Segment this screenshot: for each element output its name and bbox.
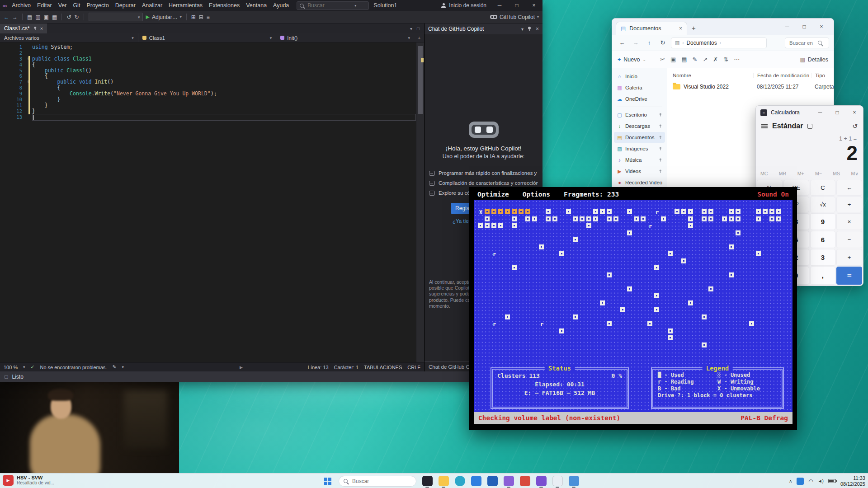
- add-view-icon[interactable]: +: [414, 35, 424, 41]
- app-icon-dosbox[interactable]: [419, 474, 435, 488]
- up-icon[interactable]: ↑: [644, 39, 655, 46]
- app-icon-edge[interactable]: [452, 474, 468, 488]
- menu-extensiones[interactable]: Extensiones: [206, 0, 243, 11]
- build-icon[interactable]: ⊞: [191, 14, 196, 20]
- sidebar-item-descargas[interactable]: ↓ Descargas: [614, 121, 665, 131]
- navigate-forward-icon[interactable]: →: [12, 14, 18, 20]
- editor-scrollbar[interactable]: [416, 42, 424, 362]
- sidebar-item-galeria[interactable]: ▦ Galería: [614, 82, 665, 93]
- indentation-mode[interactable]: TABULACIONES: [364, 365, 402, 370]
- hidden-icons-chevron[interactable]: ∧: [789, 479, 792, 483]
- close-icon[interactable]: ×: [536, 26, 539, 32]
- float-window-icon[interactable]: □: [417, 26, 420, 31]
- line-ending-mode[interactable]: CRLF: [407, 365, 420, 370]
- debug-target-dropdown[interactable]: ▾: [89, 13, 143, 21]
- tab-list-chevron-icon[interactable]: ▾: [410, 26, 412, 31]
- menu-proyecto[interactable]: Proyecto: [83, 0, 112, 11]
- clock[interactable]: 11:33 08/12/2025: [840, 475, 865, 487]
- menu-analizar[interactable]: Analizar: [139, 0, 165, 11]
- history-icon[interactable]: ↺: [852, 122, 858, 130]
- close-tab-icon[interactable]: ×: [40, 26, 43, 31]
- memory-add-button[interactable]: M+: [797, 171, 804, 176]
- digit-6-key[interactable]: 6: [810, 231, 836, 248]
- vs-search-box[interactable]: ▾: [297, 1, 369, 10]
- volume-icon[interactable]: ◄): [818, 479, 824, 483]
- bookmark-icon[interactable]: ≡: [207, 14, 210, 20]
- memory-subtract-button[interactable]: M−: [815, 171, 822, 176]
- sidebar-item-onedrive[interactable]: ☁ OneDrive: [614, 94, 665, 104]
- save-icon[interactable]: ▣: [44, 14, 49, 20]
- explorer-search-box[interactable]: [785, 38, 829, 48]
- redo-icon[interactable]: ↻: [74, 14, 79, 20]
- copilot-panel-header[interactable]: Chat de GitHub Copilot ▾ ×: [425, 23, 542, 34]
- cut-icon[interactable]: ✂: [660, 56, 665, 63]
- battery-icon[interactable]: [828, 479, 836, 483]
- new-tab-button[interactable]: +: [692, 24, 696, 32]
- hamburger-menu-icon[interactable]: [761, 126, 768, 127]
- sidebar-item-documentos[interactable]: ▤ Documentos: [614, 132, 665, 143]
- add-key[interactable]: +: [836, 249, 862, 266]
- sidebar-item-musica[interactable]: ♪ Música: [614, 155, 665, 165]
- close-button[interactable]: ×: [525, 0, 542, 11]
- app-icon-mail[interactable]: [484, 474, 500, 488]
- column-tipo[interactable]: Tipo: [811, 73, 834, 78]
- sign-in-button[interactable]: Inicio de sesión: [436, 2, 491, 9]
- app-icon-store[interactable]: [468, 474, 484, 488]
- navigate-back-icon[interactable]: ←: [4, 14, 9, 20]
- code-editor[interactable]: 1using System;23⊟public class Class14{5 …: [0, 42, 424, 362]
- paste-icon[interactable]: ▤: [681, 56, 687, 63]
- memory-recall-button[interactable]: MR: [779, 171, 786, 176]
- defrag-menu-optimize[interactable]: Optimize: [477, 191, 509, 198]
- menu-ventana[interactable]: Ventana: [243, 0, 270, 11]
- close-button[interactable]: ×: [813, 19, 830, 35]
- app-icon-calculator[interactable]: [566, 474, 582, 488]
- video-player[interactable]: [0, 382, 179, 473]
- taskbar-search[interactable]: [339, 476, 416, 487]
- problems-status[interactable]: No se encontraron problemas.: [40, 365, 107, 370]
- wifi-icon[interactable]: ◠: [808, 479, 813, 483]
- menu-herramientas[interactable]: Herramientas: [165, 0, 206, 11]
- explorer-search-input[interactable]: [788, 40, 816, 46]
- minimize-button[interactable]: ─: [491, 0, 508, 11]
- edit-icon[interactable]: ✎: [112, 364, 116, 370]
- app-icon-media-red[interactable]: [517, 474, 533, 488]
- undo-icon[interactable]: ↺: [66, 14, 71, 20]
- scrollbar-thumb[interactable]: [418, 46, 423, 114]
- subtract-key[interactable]: −: [836, 231, 862, 248]
- breadcrumb-member[interactable]: Init() ▾: [276, 33, 414, 42]
- github-copilot-button[interactable]: GitHub Copilot ▾: [490, 14, 539, 20]
- divide-key[interactable]: ÷: [836, 197, 862, 212]
- pin-icon[interactable]: [33, 27, 37, 30]
- sort-icon[interactable]: ⇅: [723, 56, 728, 63]
- menu-editar[interactable]: Editar: [34, 0, 55, 11]
- forward-icon[interactable]: →: [630, 39, 641, 46]
- open-file-icon[interactable]: ▥: [35, 14, 40, 20]
- menu-ayuda[interactable]: Ayuda: [270, 0, 292, 11]
- breadcrumb-project[interactable]: Archivos varios ▾: [0, 33, 138, 42]
- app-icon-visual-studio[interactable]: [500, 474, 517, 488]
- equals-key[interactable]: =: [836, 267, 862, 285]
- tab-class1[interactable]: Class1.cs* ×: [0, 23, 47, 33]
- decimal-key[interactable]: ,: [810, 267, 836, 285]
- app-icon-notepad[interactable]: [549, 474, 566, 488]
- memory-store-button[interactable]: MS: [833, 171, 840, 176]
- vs-search-input[interactable]: [307, 2, 352, 9]
- explorer-tab[interactable]: ▤ Documentos ×: [616, 22, 687, 35]
- zoom-level[interactable]: 100 %: [4, 365, 18, 370]
- backspace-key[interactable]: ←: [836, 180, 862, 196]
- save-all-icon[interactable]: ▦: [52, 14, 57, 20]
- sidebar-item-videos[interactable]: ▶ Videos: [614, 166, 665, 177]
- defrag-sound-toggle[interactable]: Sound On: [757, 191, 789, 198]
- new-file-icon[interactable]: ▤: [27, 14, 32, 20]
- share-icon[interactable]: ↗: [703, 56, 708, 63]
- menu-git[interactable]: Git: [70, 0, 83, 11]
- digit-9-key[interactable]: 9: [810, 213, 836, 230]
- refresh-icon[interactable]: ↻: [657, 39, 668, 46]
- breadcrumb-class[interactable]: Class1 ▾: [138, 33, 277, 42]
- file-row[interactable]: Visual Studio 2022 08/12/2025 11:27 Carp…: [673, 81, 834, 93]
- maximize-button[interactable]: □: [829, 106, 846, 119]
- menu-depurar[interactable]: Depurar: [112, 0, 139, 11]
- copy-icon[interactable]: ▣: [670, 56, 676, 63]
- memory-clear-button[interactable]: MC: [760, 171, 768, 176]
- details-toggle[interactable]: ▥ Detalles: [800, 56, 828, 63]
